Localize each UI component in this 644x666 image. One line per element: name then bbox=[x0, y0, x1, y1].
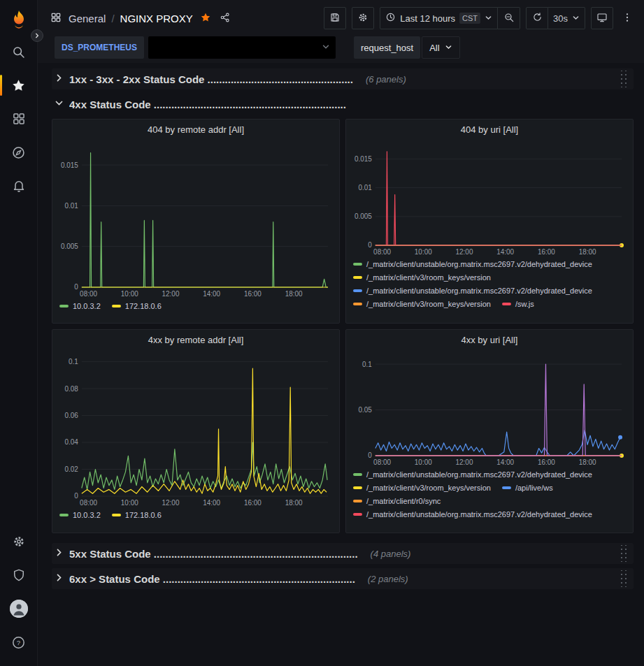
sidebar-item-settings[interactable] bbox=[0, 525, 38, 558]
refresh-button[interactable] bbox=[526, 7, 548, 29]
svg-text:0.01: 0.01 bbox=[64, 202, 78, 210]
legend-item[interactable]: 10.0.3.2 bbox=[59, 301, 101, 312]
save-dashboard-button[interactable] bbox=[324, 7, 346, 29]
timeseries-chart[interactable]: 00.0050.010.01508:0010:0012:0014:0016:00… bbox=[58, 139, 334, 298]
legend-item[interactable]: /_matrix/client/unstable/org.matrix.msc2… bbox=[353, 509, 592, 520]
sidebar-item-explore[interactable] bbox=[0, 136, 38, 169]
sidebar-item-alerting[interactable] bbox=[0, 169, 38, 203]
breadcrumb-folder[interactable]: General bbox=[69, 13, 106, 24]
row-drag-handle[interactable] bbox=[619, 545, 628, 562]
svg-text:0.08: 0.08 bbox=[64, 385, 78, 393]
legend-item[interactable]: 10.0.3.2 bbox=[59, 509, 101, 521]
svg-text:0: 0 bbox=[74, 492, 78, 500]
legend-item[interactable]: /_matrix/client/v3/room_keys/version bbox=[353, 482, 491, 493]
timeseries-chart[interactable]: 00.020.040.060.080.108:0010:0012:0014:00… bbox=[58, 349, 334, 507]
panel-title[interactable]: 404 by uri [All] bbox=[352, 120, 627, 139]
legend: /_matrix/client/unstable/org.matrix.msc2… bbox=[352, 467, 627, 520]
chevron-down-icon bbox=[322, 41, 330, 54]
more-options-kebab[interactable] bbox=[619, 11, 636, 26]
timeseries-chart[interactable]: 00.050.108:0010:0012:0014:0016:0018:00 bbox=[352, 349, 627, 467]
row-drag-handle[interactable] bbox=[619, 570, 628, 587]
legend: 10.0.3.2172.18.0.6 bbox=[58, 507, 334, 521]
legend-label: 172.18.0.6 bbox=[125, 301, 162, 312]
svg-text:18:00: 18:00 bbox=[285, 499, 303, 507]
datasource-variable-value[interactable] bbox=[148, 36, 336, 59]
legend-swatch bbox=[502, 486, 511, 489]
dashboard-title[interactable]: NGINX PROXY bbox=[120, 13, 193, 24]
gear-icon bbox=[357, 12, 368, 25]
svg-text:10:00: 10:00 bbox=[121, 290, 138, 298]
sidebar-item-starred[interactable] bbox=[0, 68, 38, 102]
sidebar-item-server-admin[interactable] bbox=[0, 558, 38, 592]
panel-title[interactable]: 404 by remote addr [All] bbox=[58, 120, 334, 139]
svg-text:12:00: 12:00 bbox=[456, 248, 473, 256]
favorite-star-icon[interactable] bbox=[200, 12, 211, 25]
svg-text:12:00: 12:00 bbox=[162, 290, 180, 298]
svg-text:?: ? bbox=[17, 639, 20, 646]
svg-text:16:00: 16:00 bbox=[538, 458, 555, 466]
panel-title[interactable]: 4xx by remote addr [All] bbox=[58, 330, 334, 349]
legend-label: /sw.js bbox=[515, 298, 534, 310]
chevron-right-icon bbox=[55, 572, 64, 585]
help-icon: ? bbox=[11, 635, 26, 650]
main-area: General / NGINX PROXY bbox=[38, 0, 644, 666]
datasource-variable-label[interactable]: DS_PROMETHEUS bbox=[55, 36, 144, 59]
svg-text:08:00: 08:00 bbox=[80, 499, 97, 507]
svg-text:16:00: 16:00 bbox=[538, 248, 555, 256]
sidebar: ? bbox=[0, 0, 38, 666]
legend-item[interactable]: 172.18.0.6 bbox=[112, 301, 162, 312]
sidebar-item-dashboards[interactable] bbox=[0, 102, 38, 136]
row-6xx[interactable]: 6xx > Status Code ......................… bbox=[52, 568, 634, 589]
svg-text:0.04: 0.04 bbox=[64, 438, 78, 446]
time-range-button[interactable]: Last 12 hours CST bbox=[380, 7, 498, 29]
row-4xx[interactable]: 4xx Status Code ........................… bbox=[52, 94, 634, 115]
chevron-down-icon bbox=[445, 43, 452, 53]
legend: /_matrix/client/unstable/org.matrix.msc2… bbox=[352, 256, 627, 310]
svg-text:0: 0 bbox=[74, 283, 78, 291]
legend-item[interactable]: /sw.js bbox=[502, 298, 534, 310]
svg-text:0.05: 0.05 bbox=[358, 406, 372, 414]
monitor-icon bbox=[596, 12, 608, 25]
dashboard-settings-button[interactable] bbox=[352, 7, 374, 29]
zoom-out-button[interactable] bbox=[498, 7, 520, 29]
chevron-right-icon bbox=[55, 547, 64, 560]
gear-icon bbox=[12, 535, 26, 549]
svg-text:18:00: 18:00 bbox=[579, 248, 596, 256]
row-5xx[interactable]: 5xx Status Code ........................… bbox=[52, 543, 634, 564]
panel-404-by-uri: 404 by uri [All] 00.0050.010.01508:0010:… bbox=[345, 119, 634, 324]
panel-title[interactable]: 4xx by uri [All] bbox=[352, 330, 627, 349]
row-title: 1xx - 3xx - 2xx Status Code ............… bbox=[69, 73, 353, 85]
svg-text:0.015: 0.015 bbox=[61, 161, 78, 169]
legend-item[interactable]: /_matrix/client/unstable/org.matrix.msc2… bbox=[353, 259, 592, 270]
request-host-label[interactable]: request_host bbox=[354, 36, 420, 59]
timeseries-chart[interactable]: 00.0050.010.01508:0010:0012:0014:0016:00… bbox=[352, 139, 627, 256]
sidebar-item-profile[interactable] bbox=[0, 592, 38, 625]
grafana-logo[interactable] bbox=[0, 4, 38, 35]
legend-item[interactable]: /_matrix/client/v3/room_keys/version bbox=[353, 298, 491, 310]
sidebar-expand-button[interactable] bbox=[31, 29, 43, 42]
legend-item[interactable]: /_matrix/client/v3/room_keys/version bbox=[353, 272, 491, 283]
svg-text:14:00: 14:00 bbox=[203, 290, 220, 298]
refresh-interval-button[interactable]: 30s bbox=[548, 7, 585, 29]
refresh-interval-label: 30s bbox=[553, 13, 568, 24]
row-1xx-3xx-2xx[interactable]: 1xx - 3xx - 2xx Status Code ............… bbox=[52, 68, 634, 89]
legend-item[interactable]: /_matrix/client/unstable/org.matrix.msc2… bbox=[353, 285, 592, 296]
legend-label: /_matrix/client/unstable/org.matrix.msc2… bbox=[366, 259, 592, 270]
row-drag-handle[interactable] bbox=[619, 71, 628, 87]
timezone-badge: CST bbox=[459, 13, 480, 24]
svg-text:0: 0 bbox=[368, 241, 372, 249]
legend-item[interactable]: 172.18.0.6 bbox=[112, 509, 162, 521]
share-icon[interactable] bbox=[220, 12, 231, 25]
shield-icon bbox=[12, 568, 26, 582]
compass-icon bbox=[11, 145, 26, 160]
legend-item[interactable]: /_matrix/client/r0/sync bbox=[353, 495, 441, 507]
svg-text:0.01: 0.01 bbox=[358, 184, 372, 191]
row-title: 6xx > Status Code ......................… bbox=[69, 573, 355, 585]
sidebar-item-help[interactable]: ? bbox=[0, 625, 38, 659]
request-host-value-dropdown[interactable]: All bbox=[422, 36, 459, 59]
legend-item[interactable]: /api/live/ws bbox=[502, 482, 553, 493]
svg-text:0.005: 0.005 bbox=[355, 212, 372, 220]
tv-mode-button[interactable] bbox=[591, 7, 613, 29]
legend-item[interactable]: /_matrix/client/unstable/org.matrix.msc2… bbox=[353, 469, 592, 480]
refresh-icon bbox=[532, 12, 543, 24]
